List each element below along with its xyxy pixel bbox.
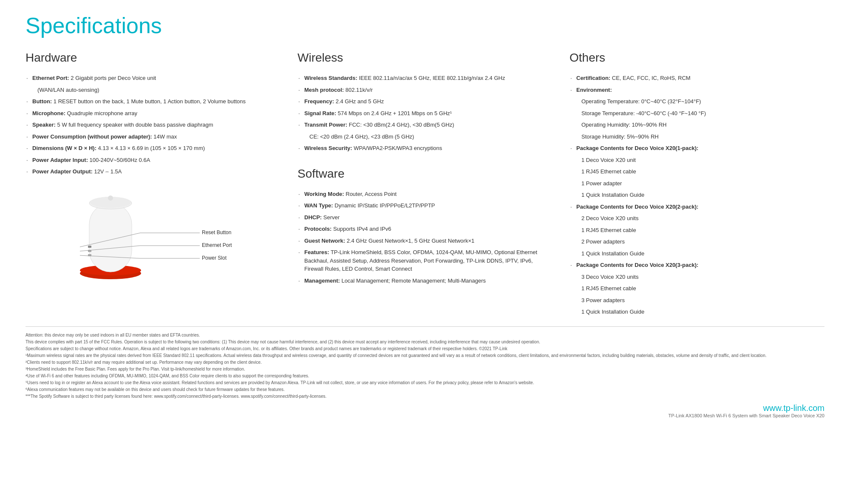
spec-item: Mesh protocol: 802.11k/v/r: [298, 84, 552, 96]
wireless-heading: Wireless: [298, 51, 552, 65]
spec-item: (WAN/LAN auto-sensing): [26, 84, 280, 96]
footnote: ²Clients need to support 802.11k/v/r and…: [26, 359, 824, 366]
hardware-heading: Hardware: [26, 51, 280, 65]
spec-item: DHCP: Server: [298, 212, 552, 224]
footnote: Specifications are subject to change wit…: [26, 345, 824, 352]
spec-item: Button: 1 RESET button on the back, 1 Mu…: [26, 96, 280, 108]
footnote: This device complies with part 15 of the…: [26, 339, 824, 345]
hardware-section: Hardware Ethernet Port: 2 Gigabit ports …: [26, 51, 280, 318]
device-illustration: Reset Button Ethernet Port Power Slot: [26, 190, 280, 284]
spec-item: Wireless Standards: IEEE 802.11a/n/ac/ax…: [298, 72, 552, 84]
others-heading: Others: [570, 51, 824, 65]
callout-power: Power Slot: [202, 255, 227, 261]
website-url: www.tp-link.com: [669, 403, 824, 413]
footnote: ***The Spotify Software is subject to th…: [26, 393, 824, 400]
footnote: ⁴Use of Wi-Fi 6 and other features inclu…: [26, 373, 824, 379]
package-item: 3 Deco Voice X20 units: [570, 271, 824, 283]
package-list: Package Contents for Deco Voice X20(3-pa…: [570, 259, 824, 318]
package-item: 1 RJ45 Ethernet cable: [570, 224, 824, 236]
svg-line-11: [80, 246, 140, 251]
software-heading: Software: [298, 167, 552, 181]
spec-item: Environment:: [570, 84, 824, 96]
wireless-section: Wireless Wireless Standards: IEEE 802.11…: [298, 51, 552, 318]
footnote: ³HomeShield includes the Free Basic Plan…: [26, 366, 824, 373]
callout-reset: Reset Button: [202, 229, 231, 235]
spec-item: Features: TP-Link HomeShield, BSS Color,…: [298, 246, 552, 275]
spec-item: Wireless Security: WPA/WPA2-PSK/WPA3 enc…: [298, 142, 552, 154]
package-list: Package Contents for Deco Voice X20(1-pa…: [570, 142, 824, 201]
spec-item: Power Consumption (without power adapter…: [26, 131, 280, 143]
package-item: 2 Power adapters: [570, 236, 824, 248]
others-section: Others Certification: CE, EAC, FCC, IC, …: [570, 51, 824, 318]
package-list: Package Contents for Deco Voice X20(2-pa…: [570, 201, 824, 260]
spec-item: Management: Local Management; Remote Man…: [298, 275, 552, 287]
wireless-list: Wireless Standards: IEEE 802.11a/n/ac/ax…: [298, 72, 552, 154]
package-heading: Package Contents for Deco Voice X20(1-pa…: [570, 142, 824, 154]
svg-line-13: [80, 255, 140, 258]
package-item: 3 Power adapters: [570, 294, 824, 306]
others-list: Certification: CE, EAC, FCC, IC, RoHS, R…: [570, 72, 824, 142]
package-item: 1 Quick Installation Guide: [570, 248, 824, 260]
footnote: ⁵Users need to log in or register an Ale…: [26, 379, 824, 386]
spec-item: Working Mode: Router, Access Point: [298, 188, 552, 200]
footer: www.tp-link.com TP-Link AX1800 Mesh Wi-F…: [26, 403, 824, 418]
spec-item: Ethernet Port: 2 Gigabit ports per Deco …: [26, 72, 280, 84]
package-item: 1 Power adapter: [570, 178, 824, 190]
spec-item: Operating Humidity: 10%~90% RH: [570, 119, 824, 131]
footnotes: Attention: this device may only be used …: [26, 326, 824, 400]
hardware-list: Ethernet Port: 2 Gigabit ports per Deco …: [26, 72, 280, 178]
spec-item: Guest Network: 2.4 GHz Guest Network×1, …: [298, 235, 552, 247]
spec-item: Frequency: 2.4 GHz and 5 GHz: [298, 96, 552, 108]
spec-item: Protocols: Supports IPv4 and IPv6: [298, 223, 552, 235]
package-item: 1 Deco Voice X20 unit: [570, 154, 824, 166]
package-item: 1 RJ45 Ethernet cable: [570, 283, 824, 294]
footer-brand: www.tp-link.com TP-Link AX1800 Mesh Wi-F…: [669, 403, 824, 418]
package-item: 1 Quick Installation Guide: [570, 189, 824, 201]
spec-item: Dimensions (W × D × H): 4.13 × 4.13 × 6.…: [26, 142, 280, 154]
spec-item: Certification: CE, EAC, FCC, IC, RoHS, R…: [570, 72, 824, 84]
spec-item: WAN Type: Dynamic IP/Static IP/PPPoE/L2T…: [298, 200, 552, 212]
spec-item: Signal Rate: 574 Mbps on 2.4 GHz + 1201 …: [298, 108, 552, 119]
footnote: ¹Maximum wireless signal rates are the p…: [26, 352, 824, 359]
package-item: 2 Deco Voice X20 units: [570, 212, 824, 224]
footnote: Attention: this device may only be used …: [26, 332, 824, 339]
spec-item: CE: <20 dBm (2.4 GHz), <23 dBm (5 GHz): [298, 131, 552, 143]
package-item: 1 Quick Installation Guide: [570, 306, 824, 318]
product-name: TP-Link AX1800 Mesh Wi-Fi 6 System with …: [669, 413, 824, 418]
spec-item: Power Adapter Output: 12V ⎓ 1.5A: [26, 166, 280, 178]
package-heading: Package Contents for Deco Voice X20(2-pa…: [570, 201, 824, 213]
svg-line-9: [80, 233, 140, 247]
spec-item: Storage Temperature: -40°C~60°C (-40 °F~…: [570, 108, 824, 119]
spec-item: Operating Temperature: 0°C~40°C (32°F~10…: [570, 96, 824, 108]
callout-lines-svg: [64, 190, 242, 284]
package-heading: Package Contents for Deco Voice X20(3-pa…: [570, 259, 824, 271]
spec-item: Storage Humidity: 5%~90% RH: [570, 131, 824, 143]
spec-item: Power Adapter Input: 100-240V~50/60Hz 0.…: [26, 154, 280, 166]
page-title: Specifications: [26, 13, 824, 38]
spec-item: Speaker: 5 W full frequency speaker with…: [26, 119, 280, 131]
callout-ethernet: Ethernet Port: [202, 242, 232, 248]
spec-item: Transmit Power: FCC: <30 dBm(2.4 GHz), <…: [298, 119, 552, 131]
spec-item: Microphone: Quadruple microphone array: [26, 108, 280, 119]
software-list: Working Mode: Router, Access PointWAN Ty…: [298, 188, 552, 287]
package-item: 1 RJ45 Ethernet cable: [570, 166, 824, 178]
footnote: ⁶Alexa communication features may not be…: [26, 386, 824, 393]
